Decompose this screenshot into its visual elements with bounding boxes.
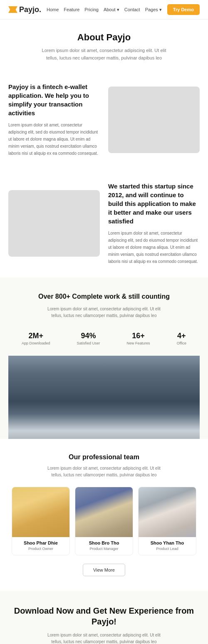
team-grid: Shoo Phar Dhie Product Owner Shoo Bro Th… <box>8 487 200 555</box>
intro-section: Payjoy is a fintech e-wallet application… <box>0 70 208 169</box>
startup-heading: We started this startup since 2012, and … <box>108 182 200 225</box>
team-heading: Our professional team <box>8 453 200 461</box>
nav-contact[interactable]: Contact <box>124 7 140 12</box>
team-role-1: Product Owner <box>12 547 69 551</box>
keyboard-visual <box>8 356 200 439</box>
stat-label-users: Satisfied User <box>77 341 100 345</box>
team-role-3: Product Lead <box>139 547 196 551</box>
stats-section: Over 800+ Complete work & still counting… <box>0 277 208 438</box>
stats-subtitle: Lorem ipsum dolor sit amet, consectetur … <box>46 306 162 319</box>
view-more-button[interactable]: View More <box>83 564 125 576</box>
hero-title: About Payjo <box>17 32 191 43</box>
stat-label-downloads: App Downloaded <box>22 341 50 345</box>
stat-features: 16+ New Features <box>127 332 150 345</box>
stat-label-offices: Office <box>177 341 186 345</box>
about-hero-section: About Payjo Lorem ipsum dolor sit amet, … <box>0 20 208 70</box>
hero-subtitle: Lorem ipsum dolor sit amet, consectetur … <box>42 47 166 62</box>
stat-offices: 4+ Office <box>177 332 186 345</box>
intro-image <box>108 87 200 153</box>
team-photo-3 <box>139 487 196 537</box>
logo-text: Payjo. <box>19 5 41 14</box>
intro-heading: Payjoy is a fintech e-wallet application… <box>8 82 100 117</box>
team-name-3: Shoo Yhan Tho <box>141 540 194 545</box>
intro-text: Payjoy is a fintech e-wallet application… <box>8 82 100 157</box>
stat-num-downloads: 2M+ <box>22 332 50 340</box>
nav-pages[interactable]: Pages ▾ <box>145 7 162 12</box>
nav-feature[interactable]: Feature <box>64 7 79 12</box>
keyboard-image <box>8 356 200 439</box>
team-name-1: Shoo Phar Dhie <box>14 540 67 545</box>
stat-num-users: 94% <box>77 332 100 340</box>
nav-about[interactable]: About ▾ <box>104 7 119 12</box>
team-role-2: Product Manager <box>75 547 133 551</box>
download-subtitle: Lorem ipsum dolor sit amet, consectetur … <box>46 632 162 644</box>
try-demo-button[interactable]: Try Demo <box>167 4 200 15</box>
stat-label-features: New Features <box>127 341 150 345</box>
stats-heading: Over 800+ Complete work & still counting <box>8 292 200 301</box>
nav-links: Home Feature Pricing About ▾ Contact Pag… <box>47 7 162 12</box>
team-name-2: Shoo Bro Tho <box>77 540 131 545</box>
team-photo-2 <box>75 487 133 537</box>
team-card-2: Shoo Bro Tho Product Manager <box>75 487 133 555</box>
startup-section: We started this startup since 2012, and … <box>0 169 208 277</box>
stat-users: 94% Satisfied User <box>77 332 100 345</box>
team-subtitle: Lorem ipsum dolor sit amet, consectetur … <box>46 465 162 478</box>
team-card-1: Shoo Phar Dhie Product Owner <box>12 487 70 555</box>
phone-image <box>108 87 200 153</box>
intro-body: Lorem ipsum dolor sit amet, consectetur … <box>8 121 100 157</box>
logo: Payjo. <box>8 5 41 14</box>
stat-num-offices: 4+ <box>177 332 186 340</box>
navbar: Payjo. Home Feature Pricing About ▾ Cont… <box>0 0 208 20</box>
logo-icon <box>8 6 17 13</box>
stats-grid: 2M+ App Downloaded 94% Satisfied User 16… <box>8 327 200 356</box>
stat-downloads: 2M+ App Downloaded <box>22 332 50 345</box>
stat-num-features: 16+ <box>127 332 150 340</box>
team-section: Our professional team Lorem ipsum dolor … <box>0 439 208 591</box>
startup-text: We started this startup since 2012, and … <box>108 182 200 265</box>
nav-pricing[interactable]: Pricing <box>84 7 99 12</box>
desk-image <box>8 190 100 257</box>
startup-body: Lorem ipsum dolor sit amet, consectetur … <box>108 230 200 265</box>
team-photo-1 <box>12 487 69 537</box>
startup-image <box>8 190 100 257</box>
team-card-3: Shoo Yhan Tho Product Lead <box>138 487 196 555</box>
download-section: Download Now and Get New Experience from… <box>0 591 208 644</box>
download-heading: Download Now and Get New Experience from… <box>8 605 200 627</box>
nav-home[interactable]: Home <box>47 7 59 12</box>
